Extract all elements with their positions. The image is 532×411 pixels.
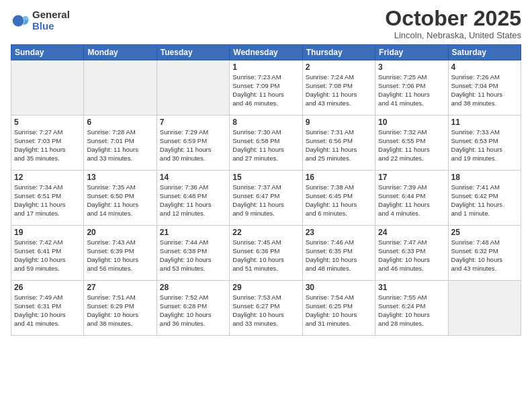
day-cell: 15Sunrise: 7:37 AM Sunset: 6:47 PM Dayli… (230, 171, 302, 226)
day-info: Sunrise: 7:53 AM Sunset: 6:27 PM Dayligh… (232, 293, 299, 328)
day-cell (157, 60, 229, 116)
day-cell: 3Sunrise: 7:25 AM Sunset: 7:06 PM Daylig… (375, 60, 448, 116)
day-cell: 23Sunrise: 7:46 AM Sunset: 6:35 PM Dayli… (302, 226, 375, 281)
day-cell: 7Sunrise: 7:29 AM Sunset: 6:59 PM Daylig… (157, 116, 229, 171)
day-number: 8 (232, 118, 299, 127)
day-info: Sunrise: 7:43 AM Sunset: 6:39 PM Dayligh… (87, 238, 153, 273)
day-info: Sunrise: 7:25 AM Sunset: 7:06 PM Dayligh… (378, 73, 445, 107)
day-cell: 14Sunrise: 7:36 AM Sunset: 6:48 PM Dayli… (157, 171, 229, 226)
day-number: 25 (451, 228, 518, 237)
day-number: 16 (306, 173, 372, 182)
day-info: Sunrise: 7:39 AM Sunset: 6:44 PM Dayligh… (378, 183, 445, 218)
title-block: October 2025 Lincoln, Nebraska, United S… (385, 7, 521, 40)
page-container: General Blue October 2025 Lincoln, Nebra… (0, 0, 532, 340)
day-info: Sunrise: 7:49 AM Sunset: 6:31 PM Dayligh… (14, 293, 81, 328)
logo: General Blue (11, 9, 70, 32)
month-title: October 2025 (385, 7, 521, 30)
day-number: 4 (451, 62, 518, 72)
day-number: 2 (306, 62, 372, 72)
day-number: 14 (160, 173, 226, 182)
calendar-body: 1Sunrise: 7:23 AM Sunset: 7:09 PM Daylig… (11, 60, 521, 336)
day-cell: 21Sunrise: 7:44 AM Sunset: 6:38 PM Dayli… (157, 226, 229, 281)
day-cell: 24Sunrise: 7:47 AM Sunset: 6:33 PM Dayli… (375, 226, 448, 281)
day-number: 22 (232, 228, 299, 237)
day-cell (448, 281, 521, 336)
day-cell: 31Sunrise: 7:55 AM Sunset: 6:24 PM Dayli… (375, 281, 448, 336)
week-row-4: 19Sunrise: 7:42 AM Sunset: 6:41 PM Dayli… (11, 226, 521, 281)
day-info: Sunrise: 7:37 AM Sunset: 6:47 PM Dayligh… (232, 183, 299, 218)
day-info: Sunrise: 7:34 AM Sunset: 6:51 PM Dayligh… (14, 183, 81, 218)
day-info: Sunrise: 7:45 AM Sunset: 6:36 PM Dayligh… (232, 238, 299, 273)
day-number: 10 (378, 118, 445, 127)
day-number: 27 (87, 283, 153, 292)
day-info: Sunrise: 7:52 AM Sunset: 6:28 PM Dayligh… (160, 293, 226, 328)
logo-icon (11, 11, 30, 30)
day-number: 24 (378, 228, 445, 237)
day-info: Sunrise: 7:30 AM Sunset: 6:58 PM Dayligh… (232, 128, 299, 163)
col-friday: Friday (375, 45, 448, 60)
day-info: Sunrise: 7:47 AM Sunset: 6:33 PM Dayligh… (378, 238, 445, 273)
logo-text: General Blue (32, 9, 70, 32)
day-info: Sunrise: 7:41 AM Sunset: 6:42 PM Dayligh… (451, 183, 518, 218)
day-cell: 4Sunrise: 7:26 AM Sunset: 7:04 PM Daylig… (448, 60, 521, 116)
day-cell: 10Sunrise: 7:32 AM Sunset: 6:55 PM Dayli… (375, 116, 448, 171)
day-cell: 8Sunrise: 7:30 AM Sunset: 6:58 PM Daylig… (230, 116, 302, 171)
day-info: Sunrise: 7:33 AM Sunset: 6:53 PM Dayligh… (451, 128, 518, 163)
day-number: 20 (87, 228, 153, 237)
day-info: Sunrise: 7:35 AM Sunset: 6:50 PM Dayligh… (87, 183, 153, 218)
day-info: Sunrise: 7:44 AM Sunset: 6:38 PM Dayligh… (160, 238, 226, 273)
day-info: Sunrise: 7:27 AM Sunset: 7:03 PM Dayligh… (14, 128, 81, 163)
day-info: Sunrise: 7:31 AM Sunset: 6:56 PM Dayligh… (306, 128, 372, 163)
day-info: Sunrise: 7:42 AM Sunset: 6:41 PM Dayligh… (14, 238, 81, 273)
day-cell: 20Sunrise: 7:43 AM Sunset: 6:39 PM Dayli… (84, 226, 157, 281)
day-cell: 5Sunrise: 7:27 AM Sunset: 7:03 PM Daylig… (11, 116, 84, 171)
day-info: Sunrise: 7:51 AM Sunset: 6:29 PM Dayligh… (87, 293, 153, 328)
logo-blue: Blue (32, 21, 70, 32)
col-wednesday: Wednesday (230, 45, 302, 60)
day-number: 7 (160, 118, 226, 127)
day-info: Sunrise: 7:29 AM Sunset: 6:59 PM Dayligh… (160, 128, 226, 163)
day-cell: 11Sunrise: 7:33 AM Sunset: 6:53 PM Dayli… (448, 116, 521, 171)
week-row-2: 5Sunrise: 7:27 AM Sunset: 7:03 PM Daylig… (11, 116, 521, 171)
day-cell: 12Sunrise: 7:34 AM Sunset: 6:51 PM Dayli… (11, 171, 84, 226)
day-info: Sunrise: 7:32 AM Sunset: 6:55 PM Dayligh… (378, 128, 445, 163)
day-info: Sunrise: 7:24 AM Sunset: 7:08 PM Dayligh… (306, 73, 372, 107)
day-cell (84, 60, 157, 116)
day-cell: 28Sunrise: 7:52 AM Sunset: 6:28 PM Dayli… (157, 281, 229, 336)
day-cell: 29Sunrise: 7:53 AM Sunset: 6:27 PM Dayli… (230, 281, 302, 336)
day-cell: 1Sunrise: 7:23 AM Sunset: 7:09 PM Daylig… (230, 60, 302, 116)
day-info: Sunrise: 7:55 AM Sunset: 6:24 PM Dayligh… (378, 293, 445, 328)
day-cell: 30Sunrise: 7:54 AM Sunset: 6:25 PM Dayli… (302, 281, 375, 336)
svg-point-0 (13, 15, 24, 26)
header-row: Sunday Monday Tuesday Wednesday Thursday… (11, 45, 521, 60)
day-number: 17 (378, 173, 445, 182)
day-number: 19 (14, 228, 81, 237)
day-number: 18 (451, 173, 518, 182)
col-monday: Monday (84, 45, 157, 60)
day-number: 30 (306, 283, 372, 292)
week-row-5: 26Sunrise: 7:49 AM Sunset: 6:31 PM Dayli… (11, 281, 521, 336)
day-cell: 6Sunrise: 7:28 AM Sunset: 7:01 PM Daylig… (84, 116, 157, 171)
day-number: 6 (87, 118, 153, 127)
day-info: Sunrise: 7:26 AM Sunset: 7:04 PM Dayligh… (451, 73, 518, 107)
day-number: 9 (306, 118, 372, 127)
day-info: Sunrise: 7:54 AM Sunset: 6:25 PM Dayligh… (306, 293, 372, 328)
day-cell: 26Sunrise: 7:49 AM Sunset: 6:31 PM Dayli… (11, 281, 84, 336)
day-cell: 19Sunrise: 7:42 AM Sunset: 6:41 PM Dayli… (11, 226, 84, 281)
day-info: Sunrise: 7:36 AM Sunset: 6:48 PM Dayligh… (160, 183, 226, 218)
header: General Blue October 2025 Lincoln, Nebra… (11, 7, 521, 40)
day-cell: 22Sunrise: 7:45 AM Sunset: 6:36 PM Dayli… (230, 226, 302, 281)
day-cell: 17Sunrise: 7:39 AM Sunset: 6:44 PM Dayli… (375, 171, 448, 226)
day-number: 26 (14, 283, 81, 292)
day-cell (11, 60, 84, 116)
day-number: 28 (160, 283, 226, 292)
day-cell: 2Sunrise: 7:24 AM Sunset: 7:08 PM Daylig… (302, 60, 375, 116)
day-number: 1 (232, 62, 299, 72)
week-row-3: 12Sunrise: 7:34 AM Sunset: 6:51 PM Dayli… (11, 171, 521, 226)
day-cell: 18Sunrise: 7:41 AM Sunset: 6:42 PM Dayli… (448, 171, 521, 226)
calendar-header: Sunday Monday Tuesday Wednesday Thursday… (11, 45, 521, 60)
day-info: Sunrise: 7:48 AM Sunset: 6:32 PM Dayligh… (451, 238, 518, 273)
day-info: Sunrise: 7:46 AM Sunset: 6:35 PM Dayligh… (306, 238, 372, 273)
day-number: 21 (160, 228, 226, 237)
day-number: 13 (87, 173, 153, 182)
